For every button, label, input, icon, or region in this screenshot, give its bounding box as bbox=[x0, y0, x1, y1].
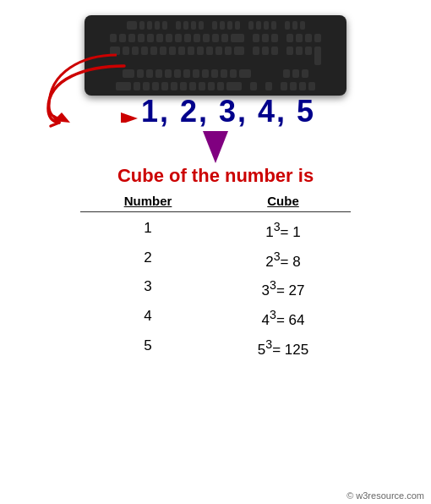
key bbox=[206, 47, 213, 55]
key bbox=[160, 47, 166, 55]
key bbox=[253, 47, 259, 55]
key bbox=[302, 69, 308, 78]
key bbox=[147, 34, 154, 42]
cube-result: = 125 bbox=[272, 341, 308, 357]
cube-exp: 3 bbox=[270, 278, 276, 292]
table-row: 3 33= 27 bbox=[80, 274, 351, 304]
key bbox=[188, 47, 194, 55]
key bbox=[235, 21, 240, 30]
key bbox=[220, 21, 225, 30]
number-cell: 4 bbox=[97, 308, 199, 329]
table-row: 5 53= 125 bbox=[80, 333, 351, 363]
key bbox=[155, 69, 162, 78]
key bbox=[203, 34, 210, 42]
key bbox=[262, 47, 269, 55]
key bbox=[314, 34, 321, 42]
cube-base: 1 bbox=[265, 224, 273, 240]
key bbox=[127, 21, 137, 30]
input-numbers: 1, 2, 3, 4, 5 bbox=[141, 94, 315, 129]
cube-result: = 64 bbox=[276, 312, 305, 328]
key bbox=[184, 34, 191, 42]
key bbox=[193, 69, 199, 78]
cube-exp: 3 bbox=[265, 337, 272, 351]
key bbox=[165, 69, 172, 78]
key bbox=[286, 34, 293, 42]
key bbox=[139, 21, 145, 30]
key bbox=[286, 47, 293, 55]
key bbox=[234, 47, 244, 55]
watermark: © w3resource.com bbox=[346, 490, 424, 501]
key bbox=[175, 34, 182, 42]
key bbox=[178, 47, 185, 55]
key bbox=[141, 47, 148, 55]
key bbox=[271, 47, 278, 55]
key bbox=[166, 34, 172, 42]
key bbox=[174, 69, 181, 78]
table-row: 1 13= 1 bbox=[80, 216, 351, 245]
key bbox=[194, 34, 200, 42]
key bbox=[191, 21, 196, 30]
number-cell: 2 bbox=[97, 249, 199, 271]
key bbox=[176, 21, 181, 30]
key bbox=[285, 21, 290, 30]
key bbox=[169, 47, 176, 55]
cube-base: 5 bbox=[258, 341, 265, 357]
key bbox=[147, 21, 152, 30]
key bbox=[128, 34, 135, 42]
key bbox=[138, 34, 145, 42]
red-curved-arrow-icon bbox=[35, 62, 145, 129]
number-cell: 5 bbox=[97, 337, 199, 359]
key bbox=[305, 34, 312, 42]
number-cell: 1 bbox=[97, 220, 199, 241]
key-row-2 bbox=[93, 34, 338, 42]
key bbox=[231, 34, 244, 42]
cube-cell: 53= 125 bbox=[232, 337, 334, 359]
key bbox=[314, 47, 321, 65]
key bbox=[119, 34, 126, 42]
cube-base: 4 bbox=[262, 312, 270, 328]
key bbox=[283, 69, 290, 78]
cube-cell: 13= 1 bbox=[232, 220, 334, 241]
key bbox=[248, 21, 254, 30]
key bbox=[221, 34, 228, 42]
cube-result: = 8 bbox=[281, 253, 301, 269]
key bbox=[212, 34, 219, 42]
cube-cell: 43= 64 bbox=[232, 308, 334, 329]
key bbox=[155, 21, 160, 30]
cube-exp: 3 bbox=[274, 249, 281, 263]
key bbox=[221, 69, 227, 78]
col-cube-header: Cube bbox=[232, 194, 334, 208]
key bbox=[146, 69, 153, 78]
key bbox=[296, 47, 303, 55]
key bbox=[212, 21, 217, 30]
cube-exp: 3 bbox=[270, 308, 276, 321]
key bbox=[292, 69, 299, 78]
key-row-1 bbox=[93, 21, 338, 30]
table-header: Number Cube bbox=[80, 194, 351, 212]
key bbox=[296, 34, 303, 42]
cube-cell: 23= 8 bbox=[232, 249, 334, 271]
key bbox=[271, 34, 278, 42]
key bbox=[211, 69, 218, 78]
key bbox=[183, 21, 188, 30]
number-cell: 3 bbox=[97, 278, 199, 299]
key bbox=[197, 47, 204, 55]
key bbox=[227, 21, 232, 30]
cube-cell: 33= 27 bbox=[232, 278, 334, 299]
down-arrow-container bbox=[203, 131, 228, 163]
cube-result: = 1 bbox=[281, 224, 301, 240]
key bbox=[271, 21, 276, 30]
down-arrow-icon bbox=[203, 131, 228, 163]
key bbox=[199, 21, 204, 30]
table-row: 4 43= 64 bbox=[80, 304, 351, 333]
key bbox=[292, 21, 297, 30]
cube-base: 2 bbox=[265, 253, 273, 269]
key bbox=[262, 34, 269, 42]
key bbox=[305, 47, 312, 55]
key bbox=[264, 21, 269, 30]
key bbox=[162, 21, 167, 30]
table-row: 2 23= 8 bbox=[80, 245, 351, 275]
key bbox=[230, 69, 237, 78]
key bbox=[156, 34, 163, 42]
key bbox=[150, 47, 157, 55]
